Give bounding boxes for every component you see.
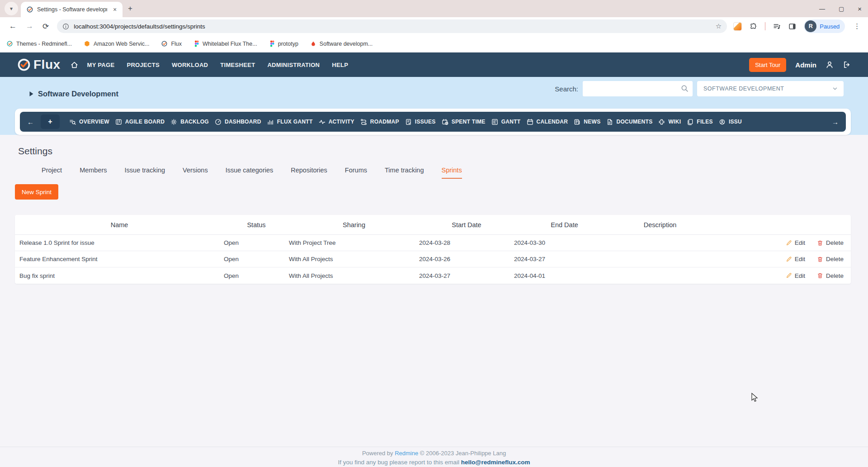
subnav-item-roadmap[interactable]: ROADMAP xyxy=(360,119,399,125)
reload-icon[interactable]: ⟳ xyxy=(42,22,49,31)
scroll-right-icon[interactable]: → xyxy=(831,118,840,126)
bookmark-item[interactable]: Flux xyxy=(161,40,182,47)
documents-icon xyxy=(606,119,613,125)
subnav-item-agile-board[interactable]: AGILE BOARD xyxy=(115,119,165,125)
home-icon[interactable] xyxy=(71,61,78,69)
tab-versions[interactable]: Versions xyxy=(183,167,208,179)
user-icon[interactable] xyxy=(826,61,834,69)
browser-toolbar: ← → ⟳ localhost:3004/projects/defaultsd/… xyxy=(0,17,868,35)
subnav-label: CALENDAR xyxy=(537,119,568,125)
figma-icon xyxy=(193,40,199,47)
new-sprint-button[interactable]: New Sprint xyxy=(15,184,58,200)
media-controls-icon[interactable] xyxy=(773,23,781,30)
browser-menu-icon[interactable]: ⋮ xyxy=(854,22,860,30)
profile-chip[interactable]: R Paused xyxy=(804,19,845,33)
edit-button[interactable]: Edit xyxy=(786,272,805,279)
new-tab-button[interactable]: + xyxy=(128,4,132,13)
window-minimize-icon[interactable]: — xyxy=(819,5,825,12)
flux-check-icon xyxy=(161,40,168,47)
window-close-icon[interactable]: × xyxy=(858,5,862,13)
back-icon[interactable]: ← xyxy=(9,22,17,31)
tab-issue-categories[interactable]: Issue categories xyxy=(226,167,274,179)
search-icon[interactable] xyxy=(681,85,689,92)
sprint-name: Feature Enhancement Sprint xyxy=(15,256,224,262)
window-maximize-icon[interactable]: ▢ xyxy=(839,5,844,12)
bug-report-email[interactable]: hello@redmineflux.com xyxy=(461,459,530,466)
bookmark-item[interactable]: prototyp xyxy=(269,40,298,47)
sprint-start-date: 2024-03-26 xyxy=(419,256,514,262)
tab-issue-tracking[interactable]: Issue tracking xyxy=(125,167,165,179)
bookmark-item[interactable]: Amazon Web Servic... xyxy=(84,40,149,47)
subnav-item-news[interactable]: NEWS xyxy=(574,119,600,125)
tab-forums[interactable]: Forums xyxy=(345,167,367,179)
subnav-item-documents[interactable]: DOCUMENTS xyxy=(606,119,652,125)
subnav-label: GANTT xyxy=(501,119,521,125)
subnav-item-wiki[interactable]: WIKI xyxy=(658,119,681,125)
nav-item-help[interactable]: HELP xyxy=(332,62,348,68)
tab-search-chevron-icon[interactable]: ▾ xyxy=(5,2,18,15)
subnav-item-calendar[interactable]: CALENDAR xyxy=(527,119,568,125)
bookmark-label: Amazon Web Servic... xyxy=(94,41,149,47)
flux-favicon-icon xyxy=(26,6,33,13)
sprints-table: Name Status Sharing Start Date End Date … xyxy=(15,215,851,284)
side-panel-icon[interactable] xyxy=(788,23,796,30)
subnav-item-dashboard[interactable]: DASHBOARD xyxy=(215,119,261,125)
subnav-item-gantt[interactable]: GANTT xyxy=(491,119,521,125)
bookmark-item[interactable]: Software developm... xyxy=(310,41,373,47)
tab-repositories[interactable]: Repositories xyxy=(291,167,327,179)
nav-item-timesheet[interactable]: TIMESHEET xyxy=(220,62,255,68)
search-input[interactable] xyxy=(583,81,693,96)
bookmark-star-icon[interactable]: ☆ xyxy=(716,22,722,30)
subnav-item-files[interactable]: FILES xyxy=(687,119,713,125)
add-tab-button[interactable]: + xyxy=(41,114,60,129)
project-select[interactable]: SOFTWARE DEVELOPMENT xyxy=(697,81,844,96)
address-bar[interactable]: localhost:3004/projects/defaultsd/settin… xyxy=(57,19,727,33)
subnav-item-activity[interactable]: ACTIVITY xyxy=(319,119,354,125)
delete-button[interactable]: Delete xyxy=(817,256,844,262)
nav-item-projects[interactable]: PROJECTS xyxy=(127,62,159,68)
subnav-item-issues[interactable]: ISSUES xyxy=(405,119,436,125)
edit-button[interactable]: Edit xyxy=(786,239,805,246)
sprint-sharing: With All Projects xyxy=(289,272,419,279)
redmine-link[interactable]: Redmine xyxy=(395,450,418,457)
bookmark-item[interactable]: Whitelabel Flux The... xyxy=(193,40,257,47)
nav-item-workload[interactable]: WORKLOAD xyxy=(172,62,208,68)
tab-sprints[interactable]: Sprints xyxy=(442,167,462,179)
pencil-icon xyxy=(786,272,792,279)
browser-tab[interactable]: Settings - Software developme × xyxy=(21,2,123,17)
tab-project[interactable]: Project xyxy=(42,167,62,179)
site-info-icon[interactable] xyxy=(62,23,69,30)
breadcrumb[interactable]: Software Development xyxy=(29,90,118,98)
bookmark-item[interactable]: Themes - Redminefl... xyxy=(6,40,72,47)
backlog-gear-icon xyxy=(170,119,177,125)
tab-close-icon[interactable]: × xyxy=(111,5,119,14)
delete-button[interactable]: Delete xyxy=(817,239,844,246)
scroll-left-icon[interactable]: ← xyxy=(26,118,35,126)
subnav-item-overview[interactable]: OVERVIEW xyxy=(69,119,109,125)
tab-members[interactable]: Members xyxy=(80,167,107,179)
current-user-label[interactable]: Admin xyxy=(795,61,816,69)
flux-logo[interactable]: Flux xyxy=(17,57,61,72)
subnav-item-spent-time[interactable]: SPENT TIME xyxy=(442,119,486,125)
logout-icon[interactable] xyxy=(843,61,851,69)
tab-time-tracking[interactable]: Time tracking xyxy=(385,167,424,179)
subnav-item-issu[interactable]: ISSU xyxy=(719,119,742,125)
nav-item-my-page[interactable]: MY PAGE xyxy=(87,62,115,68)
delete-label: Delete xyxy=(826,239,844,246)
extension-colored-icon[interactable] xyxy=(733,22,742,31)
url-text: localhost:3004/projects/defaultsd/settin… xyxy=(74,23,711,30)
extensions-puzzle-icon[interactable] xyxy=(750,23,757,30)
subnav-item-flux-gantt[interactable]: FLUX GANTT xyxy=(267,119,313,125)
start-tour-button[interactable]: Start Tour xyxy=(749,58,786,72)
nav-item-administration[interactable]: ADMINISTRATION xyxy=(267,62,320,68)
project-name: Software Development xyxy=(38,90,118,98)
sprint-end-date: 2024-03-27 xyxy=(514,256,615,262)
subnav-item-backlog[interactable]: BACKLOG xyxy=(170,119,209,125)
news-icon xyxy=(574,119,580,125)
forward-icon[interactable]: → xyxy=(26,22,33,31)
delete-button[interactable]: Delete xyxy=(817,272,844,279)
tab-title: Settings - Software developme xyxy=(37,6,107,13)
edit-button[interactable]: Edit xyxy=(786,256,805,262)
bookmark-label: Themes - Redminefl... xyxy=(16,41,72,47)
subnav-label: SPENT TIME xyxy=(452,119,486,125)
